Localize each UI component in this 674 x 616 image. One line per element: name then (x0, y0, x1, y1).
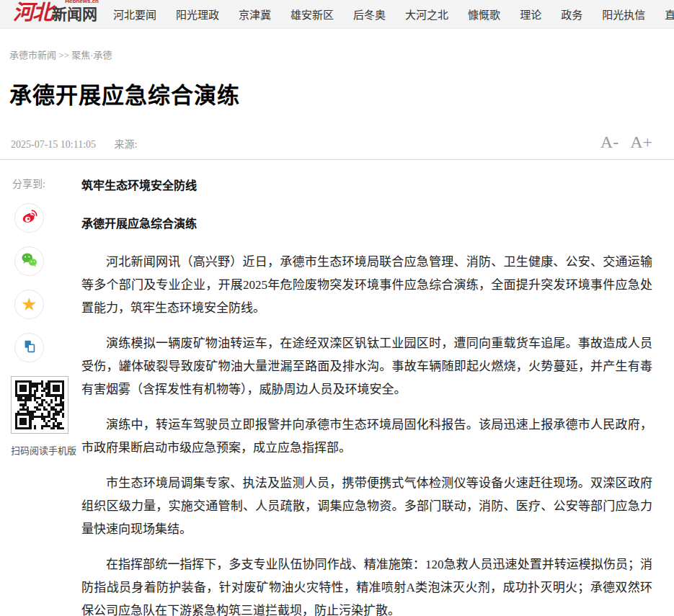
article-lead-line: 承德开展应急综合演练 (81, 213, 652, 236)
article-source-label: 来源: (115, 139, 138, 150)
font-size-controls: A- A+ (600, 133, 652, 151)
article-paragraph: 演练中，转运车驾驶员立即报警并向承德市生态环境局固化科报告。该局迅速上报承德市人… (81, 414, 652, 460)
main-nav: 河北要闻 阳光理政 京津冀 雄安新区 后冬奥 大河之北 慷慨歌 理论 政务 阳光… (113, 6, 674, 22)
qr-code (11, 376, 68, 434)
nav-item[interactable]: 理论 (520, 6, 541, 22)
nav-item[interactable]: 政务 (561, 6, 582, 22)
nav-item[interactable]: 慷慨歌 (468, 6, 500, 22)
breadcrumb[interactable]: 承德市新闻 >> 聚焦·承德 (9, 48, 674, 61)
font-smaller-button[interactable]: A- (600, 133, 618, 151)
page-title: 承德开展应急综合演练 (9, 83, 652, 109)
nav-item[interactable]: 后冬奥 (353, 6, 386, 22)
nav-item[interactable]: 雄安新区 (291, 6, 334, 22)
weibo-icon (21, 208, 38, 228)
article-paragraph: 演练模拟一辆废矿物油转运车，在途经双滦区钒钛工业园区时，遭同向重载货车追尾。事故… (81, 332, 652, 401)
font-larger-button[interactable]: A+ (630, 133, 652, 151)
site-logo[interactable]: 河北新闻网 Hebnews.cn (13, 0, 97, 29)
logo-news-text: 新闻网 (52, 6, 97, 22)
top-nav-bar: 河北新闻网 Hebnews.cn 河北要闻 阳光理政 京津冀 雄安新区 后冬奥 … (0, 0, 674, 29)
nav-item[interactable]: 大河之北 (405, 6, 448, 22)
copy-link-icon (22, 339, 37, 357)
share-qzone-button[interactable]: ★ (14, 290, 44, 319)
share-copy-link-button[interactable] (14, 333, 44, 362)
nav-item[interactable]: 京津冀 (239, 6, 271, 22)
qzone-star-icon: ★ (21, 295, 37, 313)
qr-caption: 扫码阅读手机版 (11, 443, 81, 457)
nav-item[interactable]: 阳光理政 (176, 6, 219, 22)
share-wechat-button[interactable] (14, 246, 44, 276)
share-weibo-button[interactable] (14, 203, 44, 233)
article-meta: 2025-07-15 10:11:05 来源: (11, 136, 137, 151)
nav-item[interactable]: 阳光执信 (602, 6, 645, 22)
wechat-icon (20, 251, 38, 272)
article-meta-row: 2025-07-15 10:11:05 来源: A- A+ (11, 133, 652, 151)
article-body: 筑牢生态环境安全防线 承德开展应急综合演练 河北新闻网讯（高兴野）近日，承德市生… (81, 174, 652, 616)
logo-hebei-text: 河北 (13, 1, 52, 24)
article-content-area: 分享到: (0, 160, 674, 616)
article-date: 2025-07-15 10:11:05 (11, 139, 96, 150)
share-sidebar: 分享到: (9, 174, 81, 616)
article-paragraph: 在指挥部统一指挥下，多支专业队伍协同作战、精准施策：120急救人员迅速处置并转运… (81, 553, 652, 616)
share-label: 分享到: (12, 176, 81, 190)
article-paragraph: 河北新闻网讯（高兴野）近日，承德市生态环境局联合应急管理、消防、卫生健康、公安、… (81, 251, 652, 320)
article-paragraph: 市生态环境局调集专家、执法及监测人员，携带便携式气体检测仪等设备火速赶往现场。双… (81, 472, 652, 541)
nav-item[interactable]: 直播 (665, 6, 674, 22)
article-lead-line: 筑牢生态环境安全防线 (81, 174, 652, 197)
nav-item[interactable]: 河北要闻 (113, 6, 156, 22)
logo-domain-text: Hebnews.cn (65, 0, 99, 4)
